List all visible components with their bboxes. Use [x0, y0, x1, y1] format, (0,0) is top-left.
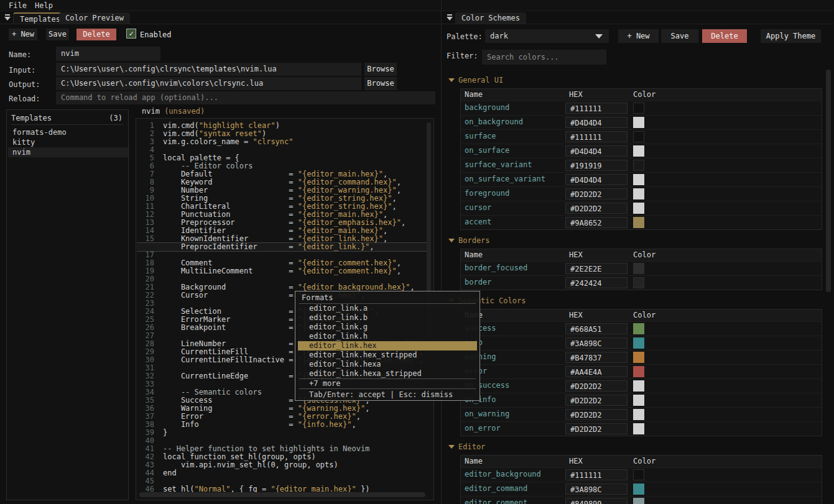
color-table-semantic-colors: NameHEXColorsuccess#668A51info#3A898Cwar… — [460, 309, 822, 436]
menu-item-file[interactable]: File — [9, 1, 27, 10]
code-text: Default = "{editor_main.hex}", — [163, 170, 387, 178]
color-swatch[interactable] — [633, 117, 644, 128]
collapse-panel-icon[interactable] — [447, 14, 453, 21]
hex-input[interactable]: #B47837 — [565, 352, 628, 363]
autocomplete-item-editor_link.hexa[interactable]: editor_link.hexa — [298, 360, 477, 369]
hex-input[interactable]: #242424 — [565, 277, 628, 288]
autocomplete-more[interactable]: +7 more — [298, 379, 477, 388]
column-header-hex: HEX — [569, 250, 583, 259]
menu-item-help[interactable]: Help — [35, 1, 53, 10]
new-template-button[interactable]: + New — [9, 29, 37, 40]
color-swatch[interactable] — [633, 217, 644, 228]
autocomplete-item-editor_link.hex[interactable]: editor_link.hex — [298, 341, 477, 351]
color-swatch[interactable] — [633, 366, 644, 377]
line-number: 15 — [137, 235, 154, 243]
color-swatch[interactable] — [633, 277, 644, 288]
hex-input[interactable]: #3A898C — [565, 483, 628, 495]
delete-palette-button[interactable]: Delete — [702, 29, 747, 43]
color-filter-input[interactable]: Search colors... — [482, 50, 606, 65]
name-field[interactable]: nvim — [56, 47, 160, 61]
hex-input[interactable]: #AA4E4A — [565, 366, 628, 377]
new-palette-button[interactable]: + New — [618, 29, 659, 43]
color-swatch[interactable] — [633, 498, 644, 504]
hex-input[interactable]: #D4D4D4 — [565, 145, 628, 157]
autocomplete-item-editor_link.hex_stripped[interactable]: editor_link.hex_stripped — [298, 351, 477, 360]
section-header-semantic-colors[interactable]: Semantic Colors — [458, 296, 825, 305]
section-title: Editor — [458, 442, 485, 451]
save-template-button[interactable]: Save — [46, 29, 69, 40]
section-header-borders[interactable]: Borders — [458, 236, 825, 245]
collapse-panel-icon[interactable] — [4, 14, 11, 21]
color-swatch[interactable] — [633, 103, 644, 114]
template-item-kitty[interactable]: kitty — [8, 137, 129, 147]
hex-input[interactable]: #191919 — [565, 160, 628, 171]
hex-input[interactable]: #111111 — [565, 103, 628, 114]
output-field[interactable]: C:\Users\user\.config\nvim\colors\clrsyn… — [56, 77, 361, 90]
hex-input[interactable]: #D2D2D2 — [565, 188, 628, 199]
hex-input[interactable]: #D4D4D4 — [565, 174, 628, 185]
hex-input[interactable]: #9A8652 — [565, 217, 628, 228]
apply-theme-button[interactable]: Apply Theme — [761, 29, 821, 43]
hex-input[interactable]: #111111 — [565, 131, 628, 142]
delete-template-button[interactable]: Delete — [76, 29, 116, 40]
color-swatch[interactable] — [633, 423, 644, 434]
color-row-error: error#AA4E4A — [461, 364, 822, 378]
code-text: Punctuation = "{editor_main.hex}", — [163, 210, 387, 219]
hex-input[interactable]: #D2D2D2 — [565, 380, 628, 392]
autocomplete-item-editor_link.h[interactable]: editor_link.h — [298, 332, 477, 341]
section-header-general-ui[interactable]: General UI — [458, 76, 825, 85]
hex-input[interactable]: #3A898C — [565, 337, 628, 349]
autocomplete-item-editor_link.b[interactable]: editor_link.b — [298, 313, 477, 323]
palette-select[interactable]: dark — [485, 29, 609, 43]
autocomplete-item-editor_link.g[interactable]: editor_link.g — [298, 323, 477, 332]
palette-vertical-scrollbar[interactable] — [826, 70, 831, 292]
color-swatch[interactable] — [633, 380, 644, 392]
section-header-editor[interactable]: Editor — [458, 442, 825, 451]
browse-input-button[interactable]: Browse — [364, 63, 397, 76]
autocomplete-item-editor_link.hexa_stripped[interactable]: editor_link.hexa_stripped — [298, 369, 477, 378]
color-swatch[interactable] — [633, 203, 644, 214]
autocomplete-item-editor_link.a[interactable]: editor_link.a — [298, 304, 477, 313]
editor-horizontal-scrollbar[interactable] — [139, 492, 425, 497]
enabled-checkbox[interactable]: ✓ — [126, 29, 136, 39]
code-line-16: PreprocIdentifier = "{editor_link.}", — [137, 243, 429, 251]
color-row-on_surface_variant: on_surface_variant#D4D4D4 — [461, 172, 822, 186]
color-swatch[interactable] — [633, 160, 644, 171]
hex-input[interactable]: #2E2E2E — [565, 263, 628, 274]
color-swatch[interactable] — [633, 263, 644, 274]
section-collapse-icon[interactable] — [448, 445, 455, 449]
template-item-nvim[interactable]: nvim — [8, 147, 129, 157]
hex-input[interactable]: #668A51 — [565, 323, 628, 334]
hex-input[interactable]: #D2D2D2 — [565, 423, 628, 434]
color-swatch[interactable] — [633, 145, 644, 157]
section-collapse-icon[interactable] — [448, 239, 455, 242]
color-swatch[interactable] — [633, 409, 644, 420]
filter-label: Filter: — [447, 52, 478, 60]
browse-output-button[interactable]: Browse — [364, 77, 397, 90]
hex-input[interactable]: #D2D2D2 — [565, 203, 628, 214]
color-swatch[interactable] — [633, 337, 644, 349]
hex-input[interactable]: #D2D2D2 — [565, 395, 628, 406]
color-swatch[interactable] — [633, 469, 644, 480]
section-collapse-icon[interactable] — [448, 78, 455, 82]
hex-input[interactable]: #111111 — [565, 469, 628, 480]
color-swatch[interactable] — [633, 131, 644, 142]
color-row-on_surface: on_surface#D4D4D4 — [461, 144, 822, 158]
color-swatch[interactable] — [633, 352, 644, 363]
color-swatch[interactable] — [633, 188, 644, 199]
input-field[interactable]: C:\Users\user\.config\clrsync\templates\… — [56, 63, 361, 76]
color-swatch[interactable] — [633, 323, 644, 334]
color-swatch[interactable] — [633, 395, 644, 406]
hex-input[interactable]: #849899 — [565, 498, 628, 504]
tab-color-schemes[interactable]: Color Schemes — [455, 12, 526, 24]
hex-input[interactable]: #D2D2D2 — [565, 409, 628, 420]
save-palette-button[interactable]: Save — [661, 29, 698, 43]
color-swatch[interactable] — [633, 483, 644, 495]
tab-color-preview[interactable]: Color Preview — [59, 12, 130, 24]
color-swatch[interactable] — [633, 174, 644, 185]
template-item-formats-demo[interactable]: formats-demo — [8, 127, 129, 137]
reload-field[interactable]: Command to reload app (optional)... — [56, 91, 435, 104]
hex-input[interactable]: #D4D4D4 — [565, 117, 628, 128]
templates-list-header: Templates (3) — [11, 114, 124, 125]
color-name: editor_command — [465, 484, 527, 493]
